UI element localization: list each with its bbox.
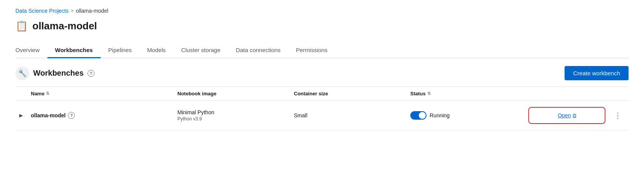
workbench-section-icon: 🔧: [15, 66, 29, 80]
th-container-size: Container size: [294, 91, 410, 96]
notebook-image-sub: Python v3.9: [177, 116, 289, 122]
row-status-cell: Running: [410, 111, 527, 120]
notebook-image-text: Minimal Python: [177, 109, 289, 115]
th-more: [612, 91, 629, 96]
status-toggle[interactable]: [410, 111, 427, 120]
workbenches-table: Name ⇅ Notebook image Container size Sta…: [15, 86, 629, 130]
th-actions: [527, 91, 612, 96]
status-sort-icon[interactable]: ⇅: [427, 91, 431, 96]
page-title: ollama-model: [32, 20, 97, 32]
row-help-icon[interactable]: ?: [68, 112, 75, 119]
open-link[interactable]: Open ⧉: [558, 112, 576, 119]
table-header-row: Name ⇅ Notebook image Container size Sta…: [15, 87, 629, 101]
open-link-text: Open: [558, 112, 571, 119]
page-title-icon: 📋: [15, 20, 28, 32]
tabs-bar: Overview Workbenches Pipelines Models Cl…: [15, 43, 629, 58]
tab-overview[interactable]: Overview: [15, 43, 47, 58]
row-expand-button[interactable]: ▶: [15, 113, 31, 118]
tab-permissions[interactable]: Permissions: [288, 43, 335, 58]
th-status: Status ⇅: [410, 91, 527, 96]
row-notebook-image-cell: Minimal Python Python v3.9: [177, 109, 294, 122]
breadcrumb-current: ollama-model: [76, 8, 108, 14]
page-title-row: 📋 ollama-model: [15, 20, 629, 32]
create-workbench-button[interactable]: Create workbench: [565, 66, 629, 80]
row-kebab-menu-button[interactable]: ⋮: [612, 111, 629, 120]
section-title: Workbenches: [33, 69, 84, 78]
workbenches-section-header: 🔧 Workbenches ? Create workbench: [15, 58, 629, 86]
tab-workbenches[interactable]: Workbenches: [47, 43, 101, 58]
open-cell-highlight: Open ⧉: [528, 107, 605, 124]
row-name-cell: ollama-model ?: [31, 112, 177, 119]
row-open-cell: Open ⧉: [527, 106, 612, 125]
tab-models[interactable]: Models: [139, 43, 173, 58]
section-help-icon[interactable]: ?: [88, 70, 94, 77]
section-title-group: 🔧 Workbenches ?: [15, 66, 94, 80]
tab-cluster-storage[interactable]: Cluster storage: [174, 43, 228, 58]
open-external-icon: ⧉: [573, 112, 576, 119]
th-expand: [15, 91, 31, 96]
table-row: ▶ ollama-model ? Minimal Python Python v…: [15, 101, 629, 130]
page-container: Data Science Projects > ollama-model 📋 o…: [0, 0, 644, 193]
breadcrumb-parent-link[interactable]: Data Science Projects: [15, 8, 69, 14]
breadcrumb-separator: >: [71, 8, 74, 14]
th-notebook-image: Notebook image: [177, 91, 294, 96]
row-container-size: Small: [294, 112, 410, 119]
status-text: Running: [430, 112, 450, 119]
tab-data-connections[interactable]: Data connections: [228, 43, 288, 58]
th-name: Name ⇅: [31, 91, 177, 96]
name-sort-icon[interactable]: ⇅: [46, 91, 49, 96]
row-name-text: ollama-model: [31, 112, 66, 119]
tab-pipelines[interactable]: Pipelines: [101, 43, 140, 58]
breadcrumb: Data Science Projects > ollama-model: [15, 8, 629, 14]
